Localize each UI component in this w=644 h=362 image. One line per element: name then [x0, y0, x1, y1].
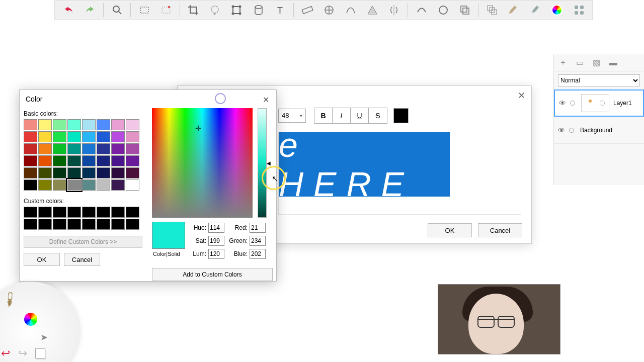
custom-color-swatch[interactable]	[67, 207, 81, 218]
custom-color-swatch[interactable]	[82, 207, 96, 218]
custom-color-swatch[interactable]	[97, 207, 110, 218]
basic-color-swatch[interactable]	[111, 155, 125, 166]
basic-color-swatch[interactable]	[97, 131, 110, 142]
basic-color-swatch[interactable]	[126, 155, 139, 166]
custom-color-swatch[interactable]	[38, 219, 52, 230]
basic-color-swatch[interactable]	[111, 179, 125, 191]
basic-color-swatch[interactable]	[53, 143, 66, 154]
basic-color-swatch[interactable]	[82, 119, 96, 130]
close-icon[interactable]: ✕	[263, 95, 269, 105]
layers-icon[interactable]	[455, 1, 474, 19]
basic-color-swatch[interactable]	[24, 155, 37, 166]
basic-color-swatch[interactable]	[111, 167, 125, 178]
custom-color-swatch[interactable]	[24, 207, 37, 218]
strike-button[interactable]: S	[369, 108, 387, 123]
basic-color-swatch[interactable]	[67, 167, 81, 178]
sat-input[interactable]	[208, 236, 224, 246]
ruler-icon[interactable]	[298, 1, 316, 19]
basic-color-swatch[interactable]	[53, 119, 66, 130]
color-cancel-button[interactable]: Cancel	[64, 253, 100, 266]
basic-color-swatch[interactable]	[67, 131, 81, 142]
layer-row-background[interactable]: 👁 Background	[554, 117, 644, 144]
layer-radio[interactable]	[569, 128, 574, 133]
basic-color-swatch[interactable]	[97, 155, 110, 166]
basic-color-swatch[interactable]	[82, 131, 96, 142]
lum-input[interactable]	[208, 249, 224, 259]
basic-color-swatch[interactable]	[126, 119, 139, 130]
basic-color-swatch[interactable]	[38, 131, 52, 142]
basic-color-swatch[interactable]	[53, 179, 66, 191]
custom-color-swatch[interactable]	[111, 219, 125, 230]
basic-color-swatch[interactable]	[38, 119, 52, 130]
save-icon[interactable]: ▬	[609, 58, 617, 67]
basic-color-swatch[interactable]	[53, 131, 66, 142]
basic-color-swatch[interactable]	[38, 167, 52, 178]
basic-color-swatch[interactable]	[97, 167, 110, 178]
close-icon[interactable]: ✕	[518, 90, 525, 101]
basic-color-swatch[interactable]	[24, 119, 37, 130]
basic-color-swatch[interactable]	[24, 131, 37, 142]
custom-color-swatch[interactable]	[126, 207, 139, 218]
basic-color-swatch[interactable]	[24, 143, 37, 154]
basic-color-swatch[interactable]	[38, 143, 52, 154]
basic-color-swatch[interactable]	[126, 167, 139, 178]
cylinder-icon[interactable]	[249, 1, 268, 19]
custom-color-swatch[interactable]	[38, 207, 52, 218]
basic-color-swatch[interactable]	[97, 143, 110, 154]
basic-color-swatch[interactable]	[82, 155, 96, 166]
basic-color-swatch[interactable]	[111, 119, 125, 130]
redo-icon[interactable]: ↪	[18, 347, 27, 360]
basic-color-swatch[interactable]	[82, 179, 96, 191]
brush-icon[interactable]	[526, 1, 545, 19]
zoom-icon[interactable]	[108, 1, 126, 19]
lasso-icon[interactable]	[206, 1, 224, 19]
symmetry-icon[interactable]	[385, 1, 404, 19]
undo-icon[interactable]: ↩	[1, 347, 10, 360]
custom-color-swatch[interactable]	[126, 219, 139, 230]
basic-color-swatch[interactable]	[24, 179, 37, 191]
text-cancel-button[interactable]: Cancel	[478, 223, 522, 237]
custom-color-swatch[interactable]	[67, 219, 81, 230]
bold-button[interactable]: B	[314, 108, 333, 123]
select-remove-icon[interactable]	[156, 1, 175, 19]
text-color-swatch[interactable]	[393, 108, 409, 123]
select-rect-icon[interactable]	[135, 1, 153, 19]
custom-color-swatch[interactable]	[24, 219, 37, 230]
green-input[interactable]	[250, 236, 266, 246]
text-ok-button[interactable]: OK	[428, 223, 472, 237]
stack-icon[interactable]	[35, 348, 45, 358]
perspective-icon[interactable]	[363, 1, 382, 19]
blue-input[interactable]	[250, 249, 266, 259]
basic-color-swatch[interactable]	[53, 155, 66, 166]
copies-icon[interactable]	[482, 1, 501, 19]
basic-color-swatch[interactable]	[67, 143, 81, 154]
custom-color-swatch[interactable]	[111, 207, 125, 218]
shape-icon[interactable]	[227, 1, 246, 19]
italic-button[interactable]: I	[333, 108, 351, 123]
color-wheel-icon[interactable]	[548, 1, 567, 19]
red-input[interactable]	[250, 223, 266, 233]
redo-icon[interactable]	[80, 1, 99, 19]
circle-icon[interactable]	[434, 1, 452, 19]
basic-color-swatch[interactable]	[82, 143, 96, 154]
basic-color-swatch[interactable]	[67, 119, 81, 130]
basic-color-swatch[interactable]	[126, 179, 139, 191]
image-icon[interactable]: ▧	[593, 58, 600, 67]
pointer-icon[interactable]: ➤	[40, 332, 48, 343]
basic-color-swatch[interactable]	[67, 179, 81, 191]
custom-color-swatch[interactable]	[53, 207, 66, 218]
layer-row-layer1[interactable]: 👁 Layer1	[554, 89, 644, 117]
basic-color-swatch[interactable]	[111, 131, 125, 142]
visibility-icon[interactable]: 👁	[558, 126, 565, 134]
basic-color-swatch[interactable]	[24, 167, 37, 178]
hue-input[interactable]	[208, 223, 224, 233]
text-preview-area[interactable]: e HERE	[278, 132, 521, 215]
basic-color-swatch[interactable]	[97, 119, 110, 130]
font-size-select[interactable]: 48 ▾	[278, 109, 306, 123]
add-layer-icon[interactable]: ＋	[559, 57, 567, 68]
basic-color-swatch[interactable]	[38, 155, 52, 166]
custom-color-swatch[interactable]	[53, 219, 66, 230]
layer-radio[interactable]	[570, 101, 575, 106]
custom-color-swatch[interactable]	[97, 219, 110, 230]
underline-button[interactable]: U	[351, 108, 369, 123]
